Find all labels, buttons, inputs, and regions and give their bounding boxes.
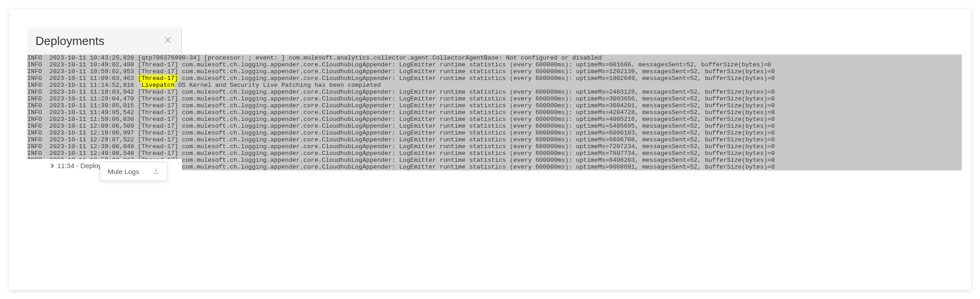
log-line: INFO 2023-10-11 12:39:08,048 [Thread-17]… (27, 143, 962, 150)
log-line: INFO 2023-10-11 10:59:02,953 [Thread-17]… (27, 68, 962, 75)
mule-logs-label: Mule Logs (108, 168, 139, 175)
close-button[interactable] (162, 35, 173, 46)
close-icon (164, 36, 172, 46)
log-line: INFO 2023-10-11 11:49:05,542 [Thread-17]… (27, 109, 962, 116)
log-line: INFO 2023-10-11 12:19:06,997 [Thread-17]… (27, 130, 962, 136)
log-line: INFO 2023-10-11 10:43:25,820 [qtp7063769… (27, 55, 962, 61)
log-line: INFO 2023-10-11 11:29:04,470 [Thread-17]… (27, 95, 962, 102)
chevron-right-icon (50, 162, 55, 169)
sidebar-header: Deployments (27, 27, 182, 55)
log-line: INFO 2023-10-11 11:59:06,030 [Thread-17]… (27, 116, 962, 123)
mule-logs-button[interactable]: Mule Logs (100, 162, 167, 181)
log-line: INFO 2023-10-11 12:49:08,548 [Thread-17]… (27, 150, 962, 157)
download-icon (152, 167, 160, 176)
log-viewer[interactable]: INFO 2023-10-11 10:43:25,820 [qtp7063769… (27, 55, 962, 170)
log-line: INFO 2023-10-11 10:49:02,480 [Thread-17]… (27, 61, 962, 68)
log-line: INFO 2023-10-11 11:19:03,942 [Thread-17]… (27, 89, 962, 95)
log-line: INFO 2023-10-11 12:09:06,509 [Thread-17]… (27, 123, 962, 130)
log-line: INFO 2023-10-11 11:14:52,818 Livepatch O… (27, 82, 962, 89)
deployments-sidebar: Deployments (27, 27, 182, 55)
log-line: INFO 2023-10-11 11:39:05,015 [Thread-17]… (27, 102, 962, 109)
panel-container: Deployments INFO 2023-10-11 10:43:25,820… (9, 9, 971, 290)
sidebar-title: Deployments (35, 34, 105, 48)
log-line: INFO 2023-10-11 11:09:03,463 [Thread-17]… (27, 75, 962, 82)
log-line: INFO 2023-10-11 12:29:07,522 [Thread-17]… (27, 136, 962, 143)
